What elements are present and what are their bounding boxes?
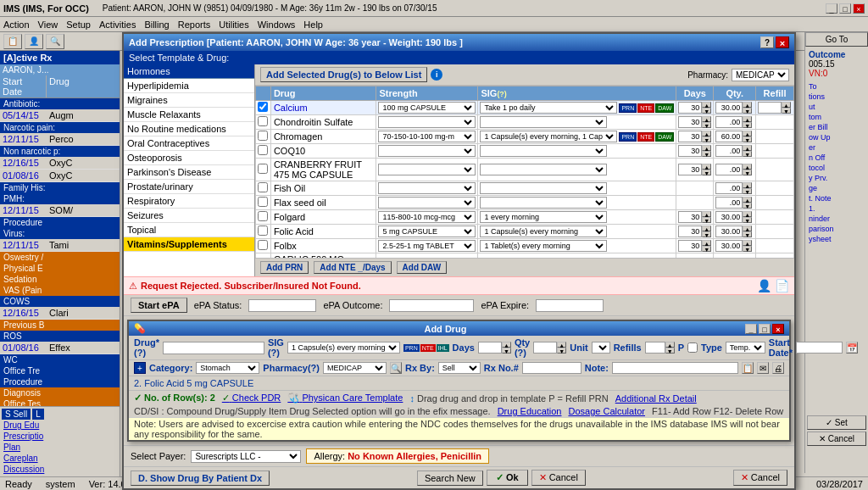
strength-coq10[interactable] <box>378 145 476 157</box>
refill-up-calcium[interactable]: ▲ <box>782 102 791 108</box>
strength-select-calcium[interactable]: 100 mg CAPSULE <box>378 102 476 114</box>
right-link-tom[interactable]: tom <box>807 112 866 122</box>
sidebar-section-non-narcotic[interactable]: Non narcotic p: <box>0 146 120 157</box>
minimize-btn[interactable]: _ <box>826 3 837 14</box>
sig-fishoil[interactable] <box>480 182 607 194</box>
pharmacy-select[interactable]: MEDICAP <box>732 69 789 81</box>
days-cranberry[interactable] <box>678 164 702 175</box>
discussion-btn[interactable]: Discussion <box>2 464 118 475</box>
right-link-tocol[interactable]: tocol <box>807 163 866 173</box>
q-dn[interactable]: ▼ <box>743 122 752 128</box>
ihl-icon[interactable]: IHL <box>437 344 449 352</box>
epa-outcome-input[interactable] <box>389 299 474 312</box>
careplan-btn[interactable]: Careplan <box>2 453 118 464</box>
sig-select-chondroitin[interactable] <box>480 116 607 128</box>
sidebar-section-previous[interactable]: Previous B <box>0 320 120 331</box>
drug-check-folbx[interactable] <box>258 240 268 250</box>
menu-setup[interactable]: Setup <box>66 19 91 30</box>
prn-icon[interactable]: PRN <box>403 344 420 352</box>
show-drug-btn[interactable]: D. Show Drug By Patient Dx <box>131 471 270 486</box>
rxby-select[interactable]: Sell <box>438 362 481 374</box>
d-up[interactable]: ▲ <box>702 116 711 122</box>
right-link-er[interactable]: er <box>807 142 866 153</box>
note-icon1[interactable]: 📋 <box>742 362 754 374</box>
type-field-select[interactable]: Temp. <box>726 342 765 354</box>
right-link-ut[interactable]: ut <box>807 102 866 112</box>
drug-check-chondroitin[interactable] <box>258 116 268 126</box>
pharmacy2-select[interactable]: MEDICAP <box>323 362 387 374</box>
sidebar-section-office-tre[interactable]: Office Tre <box>0 365 120 376</box>
epa-status-input[interactable] <box>248 299 316 312</box>
right-link-parison[interactable]: parison <box>807 224 866 234</box>
set-btn[interactable]: ✓ Set <box>807 415 866 430</box>
right-link-ninder[interactable]: ninder <box>807 214 866 224</box>
cancel-btn[interactable]: ✕ Cancel <box>531 470 586 486</box>
drug-edu-link[interactable]: Drug Education <box>498 406 562 416</box>
right-cancel-btn[interactable]: ✕ Cancel <box>807 432 866 446</box>
right-link-erbill[interactable]: er Bill <box>807 122 866 132</box>
sidebar-section-vas[interactable]: VAS (Pain <box>0 285 120 296</box>
sidebar-section-cows[interactable]: COWS <box>0 296 120 307</box>
strength-cranberry[interactable] <box>378 164 476 175</box>
qty-folbx[interactable] <box>715 240 743 252</box>
strength-select-chromagen[interactable]: 70-150-10-100 mg-m <box>378 131 476 142</box>
dialog-help-btn[interactable]: ? <box>760 36 774 48</box>
strength-folbx[interactable]: 2.5-25-1 mg TABLET <box>378 240 476 252</box>
menu-help[interactable]: Help <box>303 19 323 30</box>
sidebar-section-sedation[interactable]: Sedation <box>0 274 120 285</box>
category-select[interactable]: Stomach <box>196 362 259 374</box>
drug-check-cranberry[interactable] <box>258 164 268 174</box>
pharmacy-icon[interactable]: 🔍 <box>390 362 402 374</box>
qty-flax[interactable] <box>715 197 743 209</box>
sidebar-section-family[interactable]: Family His: <box>0 182 120 193</box>
note-icon3[interactable]: 🖨 <box>772 362 784 374</box>
nte-icon[interactable]: NTE <box>420 344 436 352</box>
qty-up-calcium[interactable]: ▲ <box>743 102 752 108</box>
cancel2-btn[interactable]: ✕ Cancel <box>733 470 787 486</box>
qty-cranberry[interactable] <box>715 164 743 175</box>
qty-folgard[interactable] <box>715 211 743 223</box>
template-item-oral[interactable]: Oral Contraceptives <box>124 136 254 151</box>
search-new-btn[interactable]: Search New <box>417 471 483 486</box>
menu-utilities[interactable]: Utilities <box>219 19 248 30</box>
days-chondroitin[interactable] <box>678 116 702 128</box>
add-nte-btn[interactable]: Add NTE _/Days <box>314 261 391 274</box>
dosage-calc-link[interactable]: Dosage Calculator <box>568 406 645 416</box>
note-icon2[interactable]: ✉ <box>757 362 769 374</box>
dialog-close-btn[interactable]: × <box>776 36 789 48</box>
right-link-ge[interactable]: ge <box>807 183 866 193</box>
right-link-1[interactable]: 1. <box>807 203 866 214</box>
qty-coq10[interactable] <box>715 145 743 157</box>
template-item-hyperlipidemia[interactable]: Hyperlipidemia <box>124 79 254 93</box>
sidebar-section-narcotic[interactable]: Narcotic pain: <box>0 122 120 133</box>
refill-input-calcium[interactable] <box>758 102 782 114</box>
nte-btn-c[interactable]: NTE <box>637 132 654 142</box>
qty-field-input[interactable] <box>533 342 557 354</box>
drug-check-flax[interactable] <box>258 197 268 207</box>
start-date-field-input[interactable]: 08/31/16 <box>796 342 843 354</box>
days-folgard[interactable] <box>678 211 702 223</box>
sidebar-section-procedure[interactable]: Procedure <box>0 217 120 228</box>
drug-field-input[interactable] <box>163 342 264 354</box>
template-item-osteoporosis[interactable]: Osteoporosis <box>124 151 254 165</box>
add-drug-maximize[interactable]: □ <box>759 324 771 334</box>
payer-select[interactable]: Surescripts LLC - <box>191 450 301 463</box>
days-folicacid[interactable] <box>678 226 702 237</box>
d-dn[interactable]: ▼ <box>702 122 711 128</box>
toolbar-btn-1[interactable]: 📋 <box>3 34 22 49</box>
add-drug-minimize[interactable]: _ <box>745 324 757 334</box>
menu-activities[interactable]: Activities <box>99 19 136 30</box>
add-drug-close[interactable]: × <box>772 324 784 334</box>
qty-fishoil[interactable] <box>715 182 743 194</box>
ok-btn[interactable]: ✓ Ok <box>487 470 528 486</box>
sig-flax[interactable] <box>480 197 607 209</box>
sig-select-chromagen[interactable]: 1 Capsule(s) every morning, 1 Cap <box>480 131 617 142</box>
calendar-icon[interactable]: 📅 <box>846 342 858 354</box>
toolbar-btn-2[interactable]: 👤 <box>25 34 43 49</box>
sidebar-section-diagnosis[interactable]: Diagnosis <box>0 387 120 398</box>
menu-reports[interactable]: Reports <box>178 19 211 30</box>
goto-btn[interactable]: Go To <box>805 32 868 47</box>
template-item-topical[interactable]: Topical <box>124 223 254 237</box>
toolbar-btn-3[interactable]: 🔍 <box>46 34 64 49</box>
right-link-noff[interactable]: n Off <box>807 153 866 163</box>
